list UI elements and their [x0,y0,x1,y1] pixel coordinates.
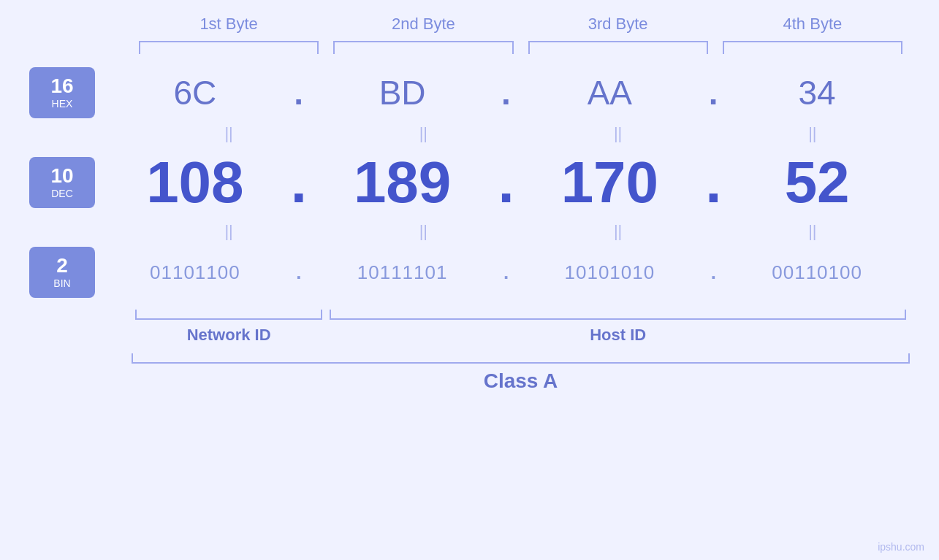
bin-val-1: 01101100 [102,261,288,284]
byte-headers: 1st Byte 2nd Byte 3rd Byte 4th Byte [29,15,910,34]
eq-1-1: || [132,126,326,142]
eq-2-2: || [326,223,520,239]
eq-1-2: || [326,126,520,142]
bin-dot-1: . [288,261,310,284]
network-bracket [135,310,322,320]
network-id-col: Network ID [132,310,326,345]
hex-values: 6C . BD . AA . 34 [102,73,910,112]
dec-badge-label: DEC [51,188,73,199]
dec-val-1: 108 [102,149,288,216]
bin-val-2: 10111101 [310,261,495,284]
dec-dot-1: . [288,149,310,216]
network-id-label: Network ID [187,326,271,345]
main-container: 1st Byte 2nd Byte 3rd Byte 4th Byte 16 H… [0,0,939,560]
bracket-2 [333,41,513,54]
eq-2-1: || [132,223,326,239]
bin-dot-3: . [702,261,724,284]
bin-badge-num: 2 [56,256,68,276]
bracket-3 [528,41,708,54]
eq-1-3: || [521,126,715,142]
bracket-1 [139,41,319,54]
eq-2-3: || [521,223,715,239]
dec-dot-3: . [702,149,724,216]
hex-badge: 16 HEX [29,67,95,118]
hex-row: 16 HEX 6C . BD . AA . 34 [29,67,910,118]
bin-badge: 2 BIN [29,247,95,298]
bin-val-4: 00110100 [724,261,910,284]
hex-val-2: BD [310,73,495,112]
host-id-label: Host ID [590,326,646,345]
labels-section: Network ID Host ID [29,310,910,345]
hex-val-4: 34 [724,73,910,112]
class-label: Class A [132,369,910,393]
dec-badge-num: 10 [50,166,73,186]
byte-header-1: 1st Byte [132,15,326,34]
dec-dot-2: . [495,149,517,216]
bin-row: 2 BIN 01101100 . 10111101 . 10101010 . 0… [29,247,910,298]
dec-val-3: 170 [517,149,703,216]
hex-val-1: 6C [102,73,288,112]
bin-dot-2: . [495,261,517,284]
class-bracket [132,353,910,364]
hex-dot-2: . [495,73,517,112]
hex-badge-num: 16 [50,76,73,96]
eq-1-4: || [715,126,910,142]
dec-badge: 10 DEC [29,157,95,208]
class-row: Class A [29,353,910,393]
watermark: ipshu.com [878,541,924,553]
byte-header-3: 3rd Byte [521,15,715,34]
byte-header-2: 2nd Byte [326,15,520,34]
bin-val-3: 10101010 [517,261,703,284]
byte-header-4: 4th Byte [715,15,910,34]
top-bracket-row [29,41,910,54]
dec-row: 10 DEC 108 . 189 . 170 . 52 [29,149,910,216]
host-bracket [330,310,906,320]
hex-badge-label: HEX [52,98,73,110]
hex-dot-1: . [288,73,310,112]
dec-val-2: 189 [310,149,495,216]
bracket-4 [723,41,902,54]
hex-val-3: AA [517,73,703,112]
equals-row-2: || || || || [29,223,910,239]
dec-values: 108 . 189 . 170 . 52 [102,149,910,216]
dec-val-4: 52 [724,149,910,216]
equals-row-1: || || || || [29,126,910,142]
bin-badge-label: BIN [53,277,70,289]
hex-dot-3: . [702,73,724,112]
bin-values: 01101100 . 10111101 . 10101010 . 0011010… [102,261,910,284]
eq-2-4: || [715,223,910,239]
host-id-col: Host ID [326,310,910,345]
